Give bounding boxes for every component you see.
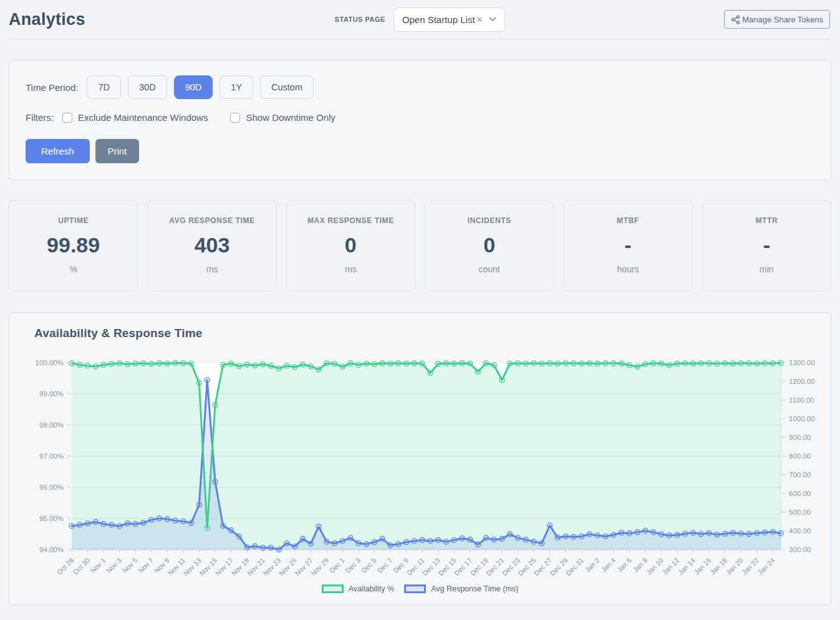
svg-text:500.00: 500.00	[789, 508, 811, 516]
print-button[interactable]: Print	[95, 139, 140, 163]
svg-text:1100.00: 1100.00	[789, 396, 814, 404]
stat-card-max-response-time: MAX RESPONSE TIME0ms	[286, 200, 415, 291]
svg-text:Jan 18: Jan 18	[708, 556, 728, 576]
svg-text:Jan 14: Jan 14	[677, 556, 697, 576]
svg-text:Jan 24: Jan 24	[756, 556, 776, 576]
time-period-button-7d[interactable]: 7D	[87, 75, 121, 99]
stat-label: INCIDENTS	[429, 216, 549, 225]
stat-unit: count	[429, 264, 549, 274]
stat-value: 99.89	[13, 233, 133, 257]
filter-checkbox-item[interactable]: Exclude Maintenance Windows	[62, 112, 208, 123]
svg-text:99.00%: 99.00%	[39, 390, 64, 398]
svg-text:98.00%: 98.00%	[39, 421, 64, 429]
svg-text:Dec 5: Dec 5	[360, 556, 378, 575]
svg-text:Dec 31: Dec 31	[564, 556, 585, 577]
svg-text:94.00%: 94.00%	[39, 546, 64, 553]
chart-title: Availability & Response Time	[34, 327, 814, 340]
header: Analytics STATUS PAGE Open Startup List …	[0, 0, 840, 39]
clear-selection-icon[interactable]: ✕	[476, 15, 483, 24]
svg-text:Oct 28: Oct 28	[56, 556, 75, 576]
svg-text:1000.00: 1000.00	[789, 415, 815, 422]
stat-value: -	[567, 233, 688, 257]
svg-text:Jan 4: Jan 4	[600, 556, 617, 574]
status-page-selected-value: Open Startup List	[402, 14, 475, 25]
svg-text:600.00: 600.00	[789, 490, 811, 497]
manage-share-tokens-button[interactable]: Manage Share Tokens	[724, 10, 830, 29]
stat-unit: hours	[567, 264, 688, 274]
svg-text:97.00%: 97.00%	[39, 452, 64, 460]
stat-value: -	[707, 233, 827, 257]
svg-text:Dec 7: Dec 7	[376, 556, 394, 575]
svg-text:Nov 1: Nov 1	[89, 556, 107, 575]
filter-checkboxes: Exclude Maintenance WindowsShow Downtime…	[62, 112, 336, 123]
stat-value: 0	[291, 233, 411, 257]
page-title: Analytics	[9, 10, 85, 29]
svg-text:95.00%: 95.00%	[39, 515, 64, 522]
svg-text:Nov 5: Nov 5	[121, 556, 139, 575]
stat-label: AVG RESPONSE TIME	[152, 216, 272, 225]
legend-swatch	[322, 584, 344, 593]
svg-text:Jan 6: Jan 6	[616, 556, 633, 574]
stat-unit: %	[13, 264, 133, 274]
refresh-button[interactable]: Refresh	[26, 139, 90, 163]
time-period-button-30d[interactable]: 30D	[128, 75, 167, 99]
svg-text:800.00: 800.00	[789, 452, 811, 460]
stats-row: UPTIME99.89%AVG RESPONSE TIME403msMAX RE…	[9, 200, 831, 291]
legend-item[interactable]: Avg Response Time (ms)	[404, 584, 518, 593]
svg-text:Jan 12: Jan 12	[660, 556, 680, 576]
time-period-group: 7D30D90D1YCustom	[87, 75, 313, 99]
svg-text:Dec 3: Dec 3	[344, 556, 362, 575]
svg-text:700.00: 700.00	[789, 471, 811, 479]
svg-text:Dec 1: Dec 1	[328, 556, 346, 575]
svg-text:1300.00: 1300.00	[789, 359, 815, 366]
stat-card-avg-response-time: AVG RESPONSE TIME403ms	[147, 200, 276, 291]
stat-unit: min	[707, 264, 827, 274]
time-period-button-custom[interactable]: Custom	[260, 75, 314, 99]
stat-label: MTTR	[707, 216, 827, 225]
header-divider	[9, 39, 831, 39]
checkbox[interactable]	[62, 113, 72, 123]
checkbox-label: Exclude Maintenance Windows	[78, 112, 208, 123]
svg-text:Oct 30: Oct 30	[72, 556, 91, 576]
stat-value: 0	[429, 233, 549, 257]
stat-card-mtbf: MTBF-hours	[563, 200, 692, 291]
svg-text:900.00: 900.00	[789, 434, 811, 441]
chevron-down-icon	[489, 17, 496, 22]
availability-chart-svg: 94.00%95.00%96.00%97.00%98.00%99.00%100.…	[26, 349, 816, 583]
stat-label: UPTIME	[13, 216, 133, 225]
time-period-button-1y[interactable]: 1Y	[220, 75, 253, 99]
time-period-label: Time Period:	[26, 82, 78, 93]
stat-label: MAX RESPONSE TIME	[291, 216, 411, 225]
filters-label: Filters:	[26, 112, 54, 123]
legend-swatch	[404, 584, 426, 593]
svg-text:Nov 29: Nov 29	[309, 556, 330, 577]
svg-text:Nov 3: Nov 3	[105, 556, 123, 575]
stat-card-uptime: UPTIME99.89%	[9, 200, 138, 291]
svg-text:Jan 2: Jan 2	[584, 556, 601, 574]
svg-text:Nov 7: Nov 7	[137, 556, 155, 575]
stat-value: 403	[152, 233, 272, 257]
analytics-page: Analytics STATUS PAGE Open Startup List …	[0, 0, 840, 620]
status-page-label: STATUS PAGE	[335, 16, 385, 23]
svg-text:Jan 20: Jan 20	[725, 556, 745, 576]
manage-share-tokens-label: Manage Share Tokens	[742, 15, 823, 24]
stat-card-mttr: MTTR-min	[702, 200, 831, 291]
chart-panel: Availability & Response Time 94.00%95.00…	[9, 312, 831, 605]
svg-text:100.00%: 100.00%	[36, 359, 64, 366]
stat-card-incidents: INCIDENTS0count	[425, 200, 554, 291]
svg-text:Jan 16: Jan 16	[693, 556, 713, 576]
filter-panel: Time Period: 7D30D90D1YCustom Filters: E…	[9, 60, 831, 180]
share-icon	[731, 15, 740, 24]
svg-text:400.00: 400.00	[789, 527, 811, 535]
chart-legend: Availability %Avg Response Time (ms)	[26, 584, 814, 597]
stat-unit: ms	[152, 264, 272, 274]
checkbox-label: Show Downtime Only	[246, 112, 335, 123]
stat-label: MTBF	[567, 216, 688, 225]
legend-item[interactable]: Availability %	[322, 584, 394, 593]
time-period-button-90d[interactable]: 90D	[174, 75, 213, 99]
stat-unit: ms	[291, 264, 411, 274]
svg-text:Jan 22: Jan 22	[740, 556, 760, 576]
status-page-select[interactable]: Open Startup List ✕	[393, 7, 506, 32]
filter-checkbox-item[interactable]: Show Downtime Only	[230, 112, 335, 123]
checkbox[interactable]	[230, 113, 240, 123]
